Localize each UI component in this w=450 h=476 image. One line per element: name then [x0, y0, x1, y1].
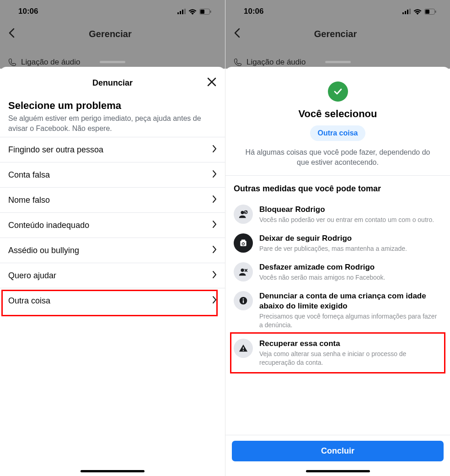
action-unfollow[interactable]: Deixar de seguir Rodrigo Pare de ver pub… — [234, 229, 442, 258]
status-bar: 10:06 — [0, 0, 225, 23]
phone-icon — [234, 58, 242, 66]
problem-subtext: Se alguém estiver em perigo imediato, pe… — [8, 114, 217, 133]
svg-rect-3 — [184, 9, 186, 14]
action-sub: Precisamos que você forneça algumas info… — [259, 312, 442, 330]
problem-section: Selecione um problema Se alguém estiver … — [0, 94, 225, 137]
selection-chip[interactable]: Outra coisa — [310, 125, 365, 141]
svg-rect-2 — [182, 10, 183, 14]
wifi-icon — [188, 9, 197, 15]
svg-point-14 — [241, 211, 244, 214]
problem-row-other[interactable]: Outra coisa — [0, 288, 225, 313]
svg-rect-7 — [402, 12, 404, 14]
chevron-right-icon — [212, 144, 217, 156]
audio-call-hint: Ligação de áudio — [8, 58, 80, 67]
signal-icon — [402, 9, 411, 14]
phone-left: 10:06 Gerenciar Ligação de áudio Denunci… — [0, 0, 225, 476]
report-sheet: Denunciar Selecione um problema Se algué… — [0, 67, 225, 476]
unfriend-icon — [234, 262, 253, 281]
svg-point-22 — [243, 298, 244, 300]
status-time: 10:06 — [18, 7, 38, 16]
svg-rect-1 — [180, 11, 181, 14]
action-title: Recuperar essa conta — [259, 339, 442, 349]
problem-row-fake-name[interactable]: Nome falso — [0, 188, 225, 213]
actions-heading: Outras medidas que você pode tomar — [234, 184, 442, 194]
chevron-right-icon — [212, 244, 217, 256]
home-indicator[interactable] — [80, 470, 145, 472]
problem-row-fake-account[interactable]: Conta falsa — [0, 162, 225, 188]
sheet-header: Denunciar — [0, 71, 225, 94]
chevron-right-icon — [212, 194, 217, 206]
action-recover-account[interactable]: Recuperar essa conta Veja como alterar s… — [234, 334, 442, 372]
action-report-underage[interactable]: Denunciar a conta de uma criança com ida… — [234, 287, 442, 334]
nav-row: Gerenciar — [225, 23, 450, 45]
battery-icon — [424, 9, 436, 15]
info-icon — [234, 291, 253, 310]
finish-button[interactable]: Concluir — [232, 441, 444, 461]
svg-point-25 — [243, 350, 244, 351]
action-title: Denunciar a conta de uma criança com ida… — [259, 291, 442, 311]
problem-row-impersonation[interactable]: Fingindo ser outra pessoa — [0, 137, 225, 162]
problem-row-inappropriate[interactable]: Conteúdo inadequado — [0, 213, 225, 238]
status-icons — [177, 9, 211, 15]
battery-icon — [199, 9, 211, 15]
status-time: 10:06 — [244, 7, 263, 16]
action-title: Bloquear Rodrigo — [259, 205, 442, 215]
status-icons — [402, 9, 436, 15]
close-icon[interactable] — [207, 76, 217, 90]
svg-rect-23 — [243, 300, 244, 303]
svg-point-20 — [241, 268, 244, 271]
phone-right: 10:06 Gerenciar Ligação de áudio Você se… — [225, 0, 450, 476]
svg-rect-9 — [407, 10, 408, 14]
nav-title: Gerenciar — [4, 29, 217, 39]
nav-title: Gerenciar — [229, 29, 442, 39]
dim-background: Gerenciar Ligação de áudio — [225, 23, 450, 69]
unfollow-icon — [234, 233, 253, 253]
action-sub: Vocês não poderão ver ou entrar em conta… — [259, 216, 442, 224]
action-unfriend[interactable]: Desfazer amizade com Rodrigo Vocês não s… — [234, 258, 442, 287]
action-sub: Pare de ver publicações, mas mantenha a … — [259, 244, 442, 253]
phone-icon — [8, 58, 16, 66]
svg-rect-0 — [177, 12, 179, 14]
action-title: Deixar de seguir Rodrigo — [259, 233, 442, 243]
nav-row: Gerenciar — [0, 23, 225, 45]
confirmation-sheet: Você selecionou Outra coisa Há algumas c… — [225, 67, 450, 476]
confirmation-desc: Há algumas coisas que você pode fazer, d… — [239, 147, 436, 168]
wifi-icon — [413, 9, 422, 15]
action-block[interactable]: Bloquear Rodrigo Vocês não poderão ver o… — [234, 200, 442, 229]
action-sub: Vocês não serão mais amigos no Facebook. — [259, 273, 442, 282]
signal-icon — [177, 9, 186, 14]
chevron-right-icon — [212, 169, 217, 181]
dim-background: Gerenciar Ligação de áudio — [0, 23, 225, 69]
action-sub: Veja como alterar sua senha e iniciar o … — [259, 350, 442, 367]
home-indicator[interactable] — [306, 470, 370, 472]
chevron-right-icon — [212, 219, 217, 231]
svg-rect-6 — [210, 11, 211, 13]
problem-list: Fingindo ser outra pessoa Conta falsa No… — [0, 137, 225, 313]
svg-rect-24 — [243, 347, 244, 349]
sheet-grabber[interactable] — [100, 61, 125, 63]
success-check-icon — [328, 81, 348, 102]
problem-row-harassment[interactable]: Assédio ou bullying — [0, 238, 225, 263]
status-bar: 10:06 — [225, 0, 450, 23]
svg-rect-5 — [200, 10, 204, 14]
confirmation-header: Você selecionou Outra coisa Há algumas c… — [225, 71, 450, 175]
sheet-title: Denunciar — [92, 78, 133, 88]
audio-call-hint: Ligação de áudio — [234, 58, 306, 67]
svg-rect-13 — [435, 11, 436, 13]
problem-row-help[interactable]: Quero ajudar — [0, 263, 225, 288]
problem-heading: Selecione um problema — [8, 100, 217, 112]
svg-rect-8 — [405, 11, 406, 14]
sheet-grabber[interactable] — [325, 61, 351, 63]
actions-section: Outras medidas que você pode tomar Bloqu… — [225, 176, 450, 374]
svg-rect-10 — [409, 9, 411, 14]
action-title: Desfazer amizade com Rodrigo — [259, 262, 442, 272]
svg-rect-18 — [241, 239, 245, 241]
chevron-right-icon — [212, 270, 217, 281]
block-person-icon — [234, 205, 253, 224]
warning-icon — [234, 339, 253, 358]
confirmation-title: Você selecionou — [299, 108, 377, 120]
chevron-right-icon — [212, 295, 217, 307]
svg-rect-12 — [425, 10, 429, 14]
